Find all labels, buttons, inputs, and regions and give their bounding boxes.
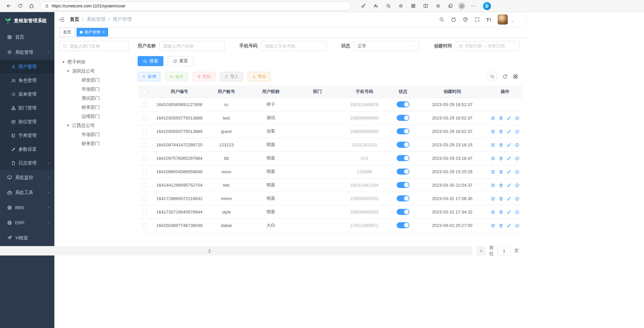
edit-row-button[interactable] (491, 129, 495, 134)
password-key-button[interactable] (359, 1, 368, 11)
edit-row-button[interactable] (491, 116, 495, 121)
back-button[interactable] (3, 1, 14, 11)
sidebar-item-erp[interactable]: ERP (0, 215, 54, 230)
sidebar-item-system-monitor[interactable]: 系统监控 (0, 170, 54, 185)
collections-button[interactable] (446, 1, 455, 11)
row-checkbox[interactable] (142, 116, 147, 121)
delete-row-button[interactable] (499, 210, 503, 215)
status-toggle[interactable] (397, 128, 409, 134)
reset-password-button[interactable] (507, 116, 511, 121)
assign-role-button[interactable] (515, 143, 519, 147)
status-toggle[interactable] (397, 101, 409, 107)
close-icon[interactable]: × (102, 30, 105, 35)
assign-role-button[interactable] (515, 156, 519, 161)
docs-help-button[interactable] (463, 17, 468, 22)
row-checkbox[interactable] (142, 223, 147, 228)
sidebar-toggle-button[interactable] (59, 17, 65, 22)
username-input[interactable] (163, 44, 221, 49)
delete-row-button[interactable] (499, 170, 503, 174)
address-bar[interactable]: https://ccnetcore.com:1101/system/user (40, 1, 351, 10)
browser-profile-button[interactable] (458, 2, 465, 10)
reset-password-button[interactable] (507, 223, 511, 228)
reset-password-button[interactable] (507, 196, 511, 201)
row-checkbox[interactable] (142, 143, 147, 147)
reset-password-button[interactable] (507, 129, 511, 134)
tree-node[interactable]: ▾江西总公司 (59, 121, 129, 130)
assign-role-button[interactable] (515, 116, 519, 121)
delete-row-button[interactable] (499, 196, 503, 201)
delete-row-button[interactable] (499, 129, 503, 134)
row-checkbox[interactable] (142, 102, 147, 107)
date-range-picker[interactable]: 开始日期 - 结束日期 (456, 41, 519, 51)
font-size-button[interactable]: TT (486, 17, 491, 22)
column-settings-button[interactable] (513, 74, 518, 79)
page-button-2[interactable]: 2 (0, 246, 473, 255)
sidebar-item-user-management[interactable]: 用户管理 (0, 60, 54, 74)
read-aloud-button[interactable]: A) (371, 1, 381, 11)
reset-password-button[interactable] (507, 156, 511, 161)
assign-role-button[interactable] (515, 129, 519, 134)
add-button[interactable]: 新增 (138, 72, 160, 81)
tree-node[interactable]: 市场部门 (59, 85, 129, 94)
row-checkbox[interactable] (142, 170, 147, 174)
tree-node[interactable]: 运维部门 (59, 112, 129, 121)
favorites-button[interactable] (433, 1, 443, 11)
caret-down-icon[interactable]: ▾ (66, 69, 70, 73)
next-page-button[interactable] (476, 246, 486, 255)
edit-row-button[interactable] (491, 210, 495, 215)
extensions-button[interactable] (408, 1, 418, 11)
toggle-search-button[interactable] (487, 72, 497, 82)
status-toggle[interactable] (397, 142, 409, 148)
sidebar-item-post-management[interactable]: 岗位管理 (0, 115, 54, 129)
assign-role-button[interactable] (515, 170, 519, 174)
reload-button[interactable] (15, 1, 26, 11)
github-button[interactable] (451, 17, 456, 22)
sidebar-item-param-settings[interactable]: 参数设置 (0, 142, 54, 156)
header-search-button[interactable] (439, 17, 444, 22)
edit-row-button[interactable] (491, 143, 495, 147)
status-toggle[interactable] (397, 195, 409, 201)
edit-row-button[interactable] (491, 170, 495, 174)
assign-role-button[interactable] (515, 183, 519, 188)
caret-down-icon[interactable]: ▾ (66, 123, 70, 128)
sidebar-item-menu-management[interactable]: 菜单管理 (0, 87, 54, 101)
delete-button[interactable]: 删除 (193, 72, 215, 81)
app-logo[interactable]: 意框架管理系统 (0, 12, 54, 30)
row-checkbox[interactable] (142, 196, 147, 201)
sidebar-item-dict-management[interactable]: 字典管理 (0, 129, 54, 142)
assign-role-button[interactable] (515, 210, 519, 215)
row-checkbox[interactable] (142, 210, 147, 215)
row-checkbox[interactable] (142, 156, 147, 161)
sidebar-item-bbs[interactable]: BBS (0, 200, 54, 215)
reset-password-button[interactable] (507, 143, 511, 147)
status-toggle[interactable] (397, 222, 409, 228)
delete-row-button[interactable] (499, 156, 503, 161)
caret-down-icon[interactable]: ▾ (61, 60, 66, 64)
favorites-add-button[interactable] (396, 1, 405, 11)
reset-password-button[interactable] (507, 210, 511, 215)
row-checkbox[interactable] (142, 183, 147, 188)
edit-row-button[interactable] (491, 223, 495, 228)
tree-node[interactable]: 市场部门 (59, 130, 129, 139)
sidebar-item-system-management[interactable]: 系统管理 (0, 45, 54, 60)
breadcrumb-item[interactable]: 首页 (70, 16, 79, 22)
status-select[interactable]: 正常 (354, 41, 419, 51)
delete-row-button[interactable] (499, 116, 503, 121)
row-checkbox[interactable] (142, 129, 147, 134)
tree-node[interactable]: ▾深圳总公司 (59, 66, 129, 76)
sidebar-item-home[interactable]: 首页 (0, 30, 54, 45)
refresh-table-button[interactable] (502, 74, 508, 79)
delete-row-button[interactable] (499, 183, 503, 188)
status-toggle[interactable] (397, 182, 409, 188)
status-toggle[interactable] (397, 209, 409, 215)
tab-user-management[interactable]: 用户管理× (77, 28, 108, 37)
tree-node[interactable]: 财务部门 (59, 139, 129, 148)
reset-password-button[interactable] (507, 170, 511, 174)
sidebar-item-system-tools[interactable]: 系统工具 (0, 185, 54, 200)
search-button[interactable]: 搜索 (138, 56, 163, 66)
select-all-checkbox[interactable] (142, 90, 147, 94)
fullscreen-button[interactable] (475, 17, 480, 22)
edit-row-button[interactable] (491, 156, 495, 161)
tree-node[interactable]: 财务部门 (59, 103, 129, 112)
delete-row-button[interactable] (499, 223, 503, 228)
